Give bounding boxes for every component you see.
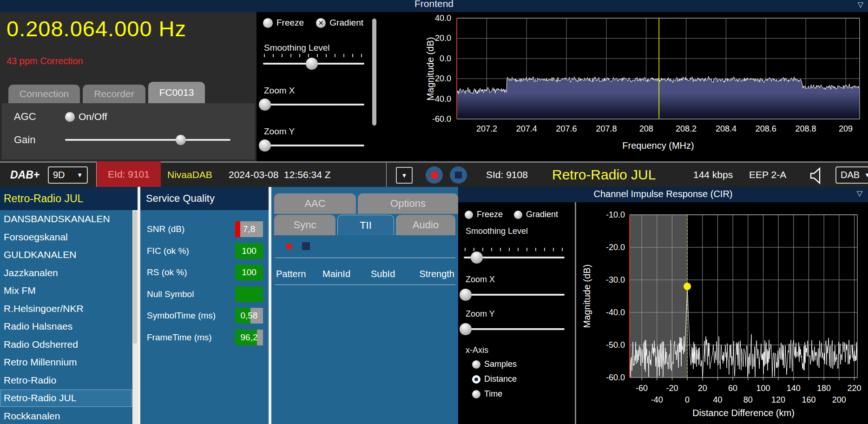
zoom-x-label: Zoom X xyxy=(466,275,495,285)
service-list-item[interactable]: Radio Halsnaes xyxy=(0,318,132,336)
service-list-item[interactable]: DANSBANDSKANALEN xyxy=(0,210,132,228)
x-axis-radio-distance[interactable]: Distance xyxy=(472,374,517,384)
svg-text:Magnitude (dB): Magnitude (dB) xyxy=(582,265,592,328)
service-list-scrollbar[interactable] xyxy=(132,210,138,424)
service-list-item[interactable]: Jazzkanalen xyxy=(0,264,132,282)
spectrum-zoom-x-slider[interactable] xyxy=(263,99,364,111)
output-select-value: DAB xyxy=(841,170,860,180)
svg-text:-20.0: -20.0 xyxy=(606,243,625,252)
tuner-tab-content: AGC On/Off Gain xyxy=(2,103,255,159)
svg-text:180: 180 xyxy=(817,384,831,393)
frontend-spectrum-chart: 207.2207.4207.6207.8208208.2208.4208.620… xyxy=(379,12,868,161)
speaker-icon[interactable] xyxy=(808,166,827,186)
datetime-label: 2024-03-08 12:56:34 Z xyxy=(229,163,331,187)
statusbar-divider xyxy=(386,163,387,187)
tuner-panel: 0.208.064.000 Hz 43 ppm Correction Conne… xyxy=(0,12,256,161)
spectrum-smoothing-slider[interactable] xyxy=(263,58,364,70)
tab-sync[interactable]: Sync xyxy=(274,215,335,235)
service-quality-row: RS (ok %)100 xyxy=(140,262,269,284)
gain-slider[interactable] xyxy=(65,135,230,145)
cir-smoothing-slider[interactable] xyxy=(464,252,565,264)
service-list-item[interactable]: Forsoegskanal xyxy=(0,228,132,246)
tuner-tab-recorder[interactable]: Recorder xyxy=(83,85,145,103)
slider-thumb[interactable] xyxy=(259,139,271,152)
service-list-item[interactable]: Retro-Radio JUL xyxy=(0,389,132,407)
ensemble-id-badge: EId: 9101 xyxy=(97,161,161,187)
agc-onoff-radio[interactable]: On/Off xyxy=(65,111,107,122)
ppm-correction-label: 43 ppm Correction xyxy=(7,56,83,66)
agc-row: AGC On/Off xyxy=(14,111,107,123)
stop-button[interactable] xyxy=(450,166,467,184)
scrollbar-thumb[interactable] xyxy=(133,211,137,344)
service-list-item[interactable]: Mix FM xyxy=(0,282,132,300)
cir-zoom-y-slider[interactable] xyxy=(464,323,565,335)
spectrum-freeze-radio[interactable]: Freeze xyxy=(263,18,304,28)
radio-circle-icon xyxy=(465,211,473,219)
record-button[interactable] xyxy=(426,166,443,184)
record-options-dropdown[interactable]: ▼ xyxy=(396,167,413,184)
cir-collapse-icon[interactable]: ▽ xyxy=(857,189,862,198)
radio-circle-icon xyxy=(472,375,480,384)
service-list-item[interactable]: GULDKANALEN xyxy=(0,246,132,264)
service-list-item[interactable]: Retro-Radio xyxy=(0,371,132,390)
cir-gradient-radio[interactable]: Gradient xyxy=(514,210,558,219)
svg-text:200: 200 xyxy=(832,395,846,404)
service-quality-panel: Service Quality SNR (dB)7,8FIC (ok %)100… xyxy=(140,187,269,424)
tab-tii[interactable]: TII xyxy=(337,215,394,235)
service-quality-row: FrameTime (ms)96,2 xyxy=(140,327,269,349)
tuner-tab-connection[interactable]: Connection xyxy=(8,85,80,103)
service-list-item[interactable]: Retro Millennium xyxy=(0,353,132,371)
svg-text:207.6: 207.6 xyxy=(556,124,577,133)
svg-text:0.0: 0.0 xyxy=(440,54,451,63)
cir-zoom-x-slider[interactable] xyxy=(464,289,565,301)
tuner-tabs: ConnectionRecorderFC0013 xyxy=(8,82,205,103)
decoder-tabs-row1: AACOptions xyxy=(274,193,458,214)
svg-text:220: 220 xyxy=(847,384,861,393)
service-list-item[interactable]: Radio Odsherred xyxy=(0,336,132,354)
svg-text:-50.0: -50.0 xyxy=(606,340,625,350)
svg-text:Frequency (MHz): Frequency (MHz) xyxy=(622,140,694,151)
x-axis-radio-time[interactable]: Time xyxy=(472,389,517,399)
quality-metric-label: SymbolTime (ms) xyxy=(147,305,216,327)
slider-track xyxy=(464,328,565,330)
spectrum-zoom-y-slider[interactable] xyxy=(263,139,364,152)
x-axis-option-label: Samples xyxy=(484,359,517,369)
tii-column-header: MainId xyxy=(322,269,371,279)
quality-metric-value: 0,58 xyxy=(235,308,263,324)
service-list-item[interactable]: Rockkanalen xyxy=(0,407,132,424)
x-axis-radio-samples[interactable]: Samples xyxy=(472,359,517,369)
quality-metric-bar: 96,2 xyxy=(235,330,263,345)
svg-text:140: 140 xyxy=(787,384,801,393)
slider-thumb[interactable] xyxy=(460,289,472,301)
spectrum-gradient-radio[interactable]: Gradient xyxy=(316,18,363,28)
slider-thumb[interactable] xyxy=(460,323,472,335)
tab-aac[interactable]: AAC xyxy=(274,193,356,214)
output-mode-select[interactable]: DAB ▼ xyxy=(835,166,868,184)
frequency-display: 0.208.064.000 Hz xyxy=(7,16,186,41)
divider xyxy=(275,285,455,285)
x-axis-label: x-Axis xyxy=(466,345,488,355)
gradient-label: Gradient xyxy=(329,18,363,28)
slider-thumb[interactable] xyxy=(259,99,271,111)
x-axis-option-label: Distance xyxy=(484,374,517,384)
slider-thumb[interactable] xyxy=(471,252,483,264)
quality-metric-bar: 0,58 xyxy=(235,308,263,324)
frontend-title: Frontend xyxy=(0,0,868,9)
tab-options[interactable]: Options xyxy=(358,193,458,214)
slider-thumb[interactable] xyxy=(176,135,186,145)
slider-thumb[interactable] xyxy=(306,58,318,70)
svg-text:-60.0: -60.0 xyxy=(606,373,625,382)
frontend-collapse-icon[interactable]: ▽ xyxy=(858,0,863,9)
channel-select[interactable]: 9D ▼ xyxy=(48,166,88,184)
svg-text:-40: -40 xyxy=(651,395,663,404)
tuner-tab-fc0013[interactable]: FC0013 xyxy=(148,82,205,103)
svg-text:208.4: 208.4 xyxy=(716,124,736,133)
service-list-item[interactable]: R.Helsingoer/NKR xyxy=(0,300,132,318)
current-service-label: Retro-Radio JUL xyxy=(552,163,656,187)
frontend-titlebar: Frontend ▽ xyxy=(0,0,868,12)
tab-audio[interactable]: Audio xyxy=(396,215,455,235)
cir-freeze-radio[interactable]: Freeze xyxy=(465,210,503,219)
spectrum-controls-scrollbar[interactable] xyxy=(372,19,376,126)
slider-track xyxy=(263,104,364,106)
gradient-label: Gradient xyxy=(526,210,558,219)
